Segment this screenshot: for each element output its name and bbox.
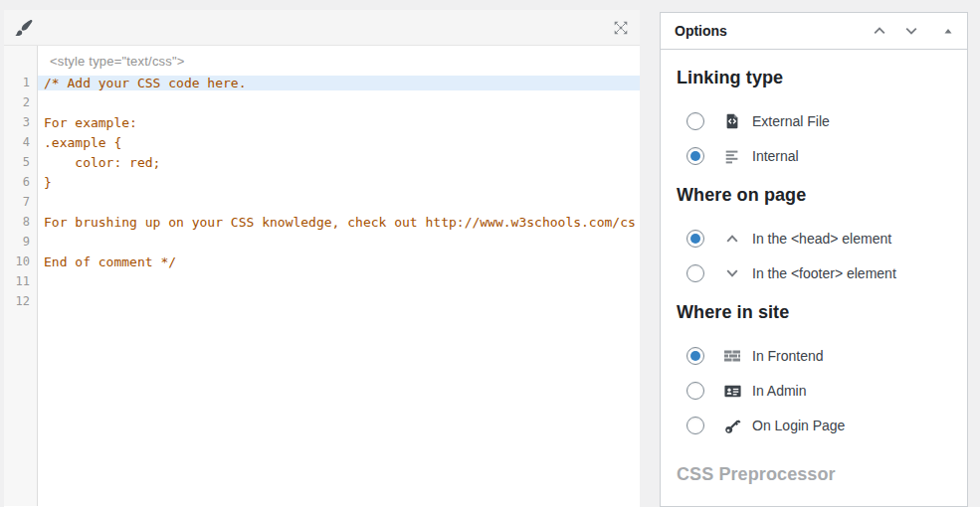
bricks-icon <box>722 346 742 366</box>
move-up-icon[interactable] <box>872 23 887 39</box>
toggle-panel-icon[interactable] <box>941 24 955 38</box>
editor-line[interactable]: 10 End of comment */ <box>4 252 640 271</box>
line-number: 6 <box>4 175 38 189</box>
style-tag-label: <style type="text/css"> <box>4 46 640 73</box>
line-number: 12 <box>4 294 38 308</box>
radio-option[interactable]: In the <head> element <box>686 226 951 252</box>
radio-option[interactable]: In Admin <box>686 378 951 404</box>
line-text: For brushing up on your CSS knowledge, c… <box>38 215 640 230</box>
chevron-up-icon <box>722 229 742 249</box>
fullscreen-icon[interactable] <box>612 19 630 37</box>
editor-line[interactable]: 11 <box>4 271 640 291</box>
radio-button[interactable] <box>686 230 704 248</box>
radio-option[interactable]: Internal <box>686 143 951 169</box>
radio-option[interactable]: In the <footer> element <box>686 260 951 286</box>
options-panel: Options Linking type External File Inter… <box>660 12 968 507</box>
options-section: Linking type External File Internal <box>677 68 951 169</box>
editor-line[interactable]: 12 <box>4 291 640 311</box>
options-section: Where on page In the <head> element In t… <box>677 185 951 286</box>
line-number: 11 <box>4 274 38 288</box>
editor-line[interactable]: 6 } <box>4 172 640 192</box>
line-text: .example { <box>38 135 640 150</box>
line-number: 1 <box>4 76 38 89</box>
option-label: In the <head> element <box>752 231 891 247</box>
editor-line[interactable]: 4 .example { <box>4 132 640 152</box>
option-label: In Admin <box>752 383 806 399</box>
line-number: 9 <box>4 235 38 249</box>
key-icon <box>722 416 742 435</box>
options-panel-body: Linking type External File Internal Wher… <box>661 50 967 485</box>
option-label: In the <footer> element <box>752 265 896 281</box>
move-down-icon[interactable] <box>903 23 919 39</box>
line-text: For example: <box>38 115 640 130</box>
editor-line[interactable]: 5 color: red; <box>4 152 640 172</box>
editor-line[interactable]: 8 For brushing up on your CSS knowledge,… <box>4 212 640 232</box>
line-text: color: red; <box>38 155 640 170</box>
radio-button[interactable] <box>686 347 704 365</box>
options-panel-header[interactable]: Options <box>661 13 967 50</box>
radio-button[interactable] <box>686 264 704 282</box>
line-number: 8 <box>4 215 38 229</box>
code-area[interactable]: <style type="text/css"> 1 /* Add your CS… <box>4 46 640 506</box>
editor-toolbar <box>4 10 640 46</box>
editor-line[interactable]: 7 <box>4 192 640 212</box>
section-heading: Where in site <box>677 302 951 323</box>
brush-icon <box>14 18 34 38</box>
editor-line[interactable]: 9 <box>4 232 640 252</box>
editor-line[interactable]: 3 For example: <box>4 112 640 132</box>
css-preprocessor-heading: CSS Preprocessor <box>677 464 951 485</box>
line-number: 10 <box>4 254 38 268</box>
option-label: External File <box>752 113 830 129</box>
line-text: } <box>38 175 640 190</box>
line-text: End of comment */ <box>38 254 640 269</box>
editor-line[interactable]: 1 /* Add your CSS code here. <box>4 73 640 92</box>
option-label: Internal <box>752 148 799 164</box>
code-lines: 1 /* Add your CSS code here. 2 3 For exa… <box>4 73 640 311</box>
radio-option[interactable]: External File <box>686 108 951 134</box>
css-code-editor: <style type="text/css"> 1 /* Add your CS… <box>4 10 640 507</box>
line-number: 2 <box>4 95 38 109</box>
chevron-down-icon <box>722 263 742 283</box>
line-number: 7 <box>4 195 38 209</box>
radio-option[interactable]: On Login Page <box>686 413 951 438</box>
editor-line[interactable]: 2 <box>4 92 640 112</box>
line-number: 4 <box>4 135 38 149</box>
radio-button[interactable] <box>686 382 704 400</box>
options-panel-title: Options <box>675 23 727 39</box>
line-number: 5 <box>4 155 38 169</box>
section-heading: Linking type <box>677 68 951 88</box>
radio-button[interactable] <box>686 147 704 165</box>
options-section: Where in site In Frontend In Admin On Lo… <box>677 302 951 438</box>
radio-option[interactable]: In Frontend <box>686 343 951 369</box>
option-label: On Login Page <box>752 418 845 433</box>
radio-button[interactable] <box>686 417 704 434</box>
section-heading: Where on page <box>677 185 951 206</box>
id-card-icon <box>722 381 742 401</box>
code-file-icon <box>722 111 742 131</box>
line-text: /* Add your CSS code here. <box>38 76 640 90</box>
radio-button[interactable] <box>686 112 704 130</box>
align-left-icon <box>722 146 742 166</box>
option-label: In Frontend <box>752 348 824 364</box>
line-number: 3 <box>4 115 38 129</box>
